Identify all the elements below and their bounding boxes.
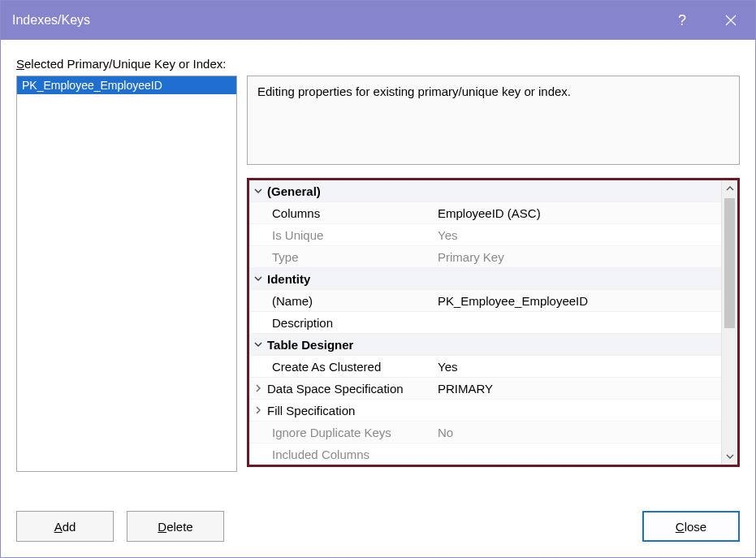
description-box: Editing properties for existing primary/… — [247, 76, 740, 165]
prop-row-description[interactable]: Description — [249, 312, 721, 334]
prop-row-name[interactable]: (Name) PK_Employee_EmployeeID — [249, 290, 721, 312]
close-window-button[interactable] — [706, 1, 755, 40]
prop-row-is-unique[interactable]: Is Unique Yes — [249, 224, 721, 246]
chevron-down-icon[interactable] — [249, 275, 267, 283]
prop-row-included-cols[interactable]: Included Columns — [249, 443, 721, 465]
scroll-down-arrow[interactable] — [722, 448, 737, 465]
chevron-down-icon[interactable] — [249, 340, 267, 348]
prop-row-type[interactable]: Type Primary Key — [249, 246, 721, 268]
list-item[interactable]: PK_Employee_EmployeeID — [17, 76, 236, 94]
group-header-table-designer[interactable]: Table Designer — [249, 334, 721, 356]
chevron-right-icon[interactable] — [249, 406, 267, 414]
index-listbox[interactable]: PK_Employee_EmployeeID — [16, 76, 237, 472]
chevron-down-icon[interactable] — [249, 187, 267, 195]
help-button[interactable]: ? — [658, 1, 706, 40]
prop-row-create-clustered[interactable]: Create As Clustered Yes — [249, 356, 721, 378]
property-grid-frame: (General) Columns EmployeeID (ASC) Is Un… — [247, 178, 740, 467]
dialog-body: Selected Primary/Unique Key or Index: PK… — [0, 39, 756, 558]
prop-row-fill-spec[interactable]: Fill Specification — [249, 400, 721, 422]
prop-row-columns[interactable]: Columns EmployeeID (ASC) — [249, 202, 721, 224]
group-header-identity[interactable]: Identity — [249, 268, 721, 290]
list-label: Selected Primary/Unique Key or Index: — [16, 57, 740, 71]
delete-button[interactable]: Delete — [127, 511, 224, 542]
help-icon: ? — [678, 12, 686, 29]
add-button[interactable]: Add — [16, 511, 114, 542]
button-row: Add Delete Close — [16, 508, 740, 545]
group-header-general[interactable]: (General) — [249, 180, 721, 202]
window-title: Indexes/Keys — [12, 13, 658, 28]
title-bar: Indexes/Keys ? — [1, 1, 755, 40]
close-icon — [725, 15, 737, 26]
scroll-up-arrow[interactable] — [722, 180, 737, 197]
chevron-right-icon[interactable] — [249, 384, 267, 392]
description-text: Editing properties for existing primary/… — [257, 84, 571, 98]
property-grid[interactable]: (General) Columns EmployeeID (ASC) Is Un… — [249, 180, 721, 465]
close-button[interactable]: Close — [642, 511, 740, 542]
scroll-thumb[interactable] — [724, 198, 735, 328]
property-grid-scrollbar[interactable] — [721, 180, 737, 465]
prop-row-ignore-dup[interactable]: Ignore Duplicate Keys No — [249, 422, 721, 443]
prop-row-data-space[interactable]: Data Space Specification PRIMARY — [249, 378, 721, 400]
